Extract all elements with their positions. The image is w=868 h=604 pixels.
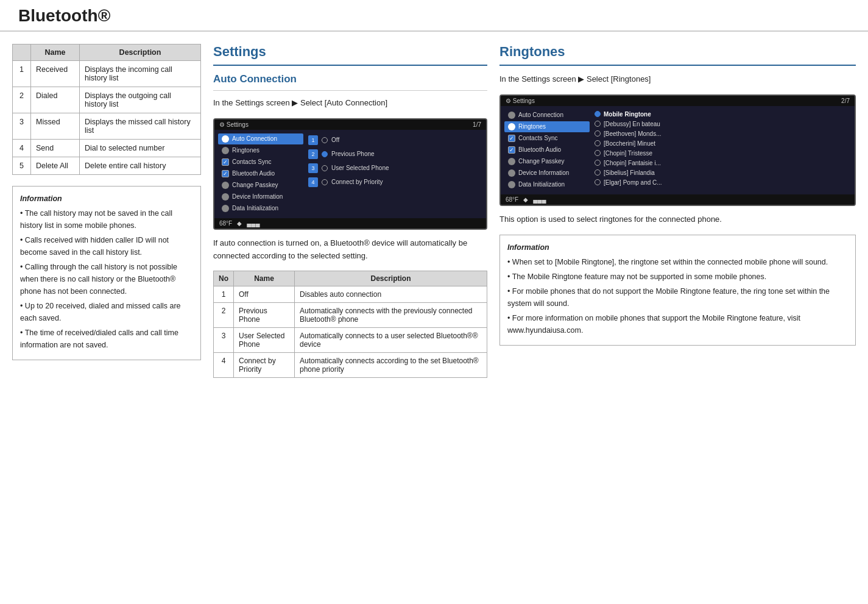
page-header: Bluetooth®: [0, 0, 868, 32]
menu-icon: [508, 181, 515, 188]
main-content: Name Description 1 Received Displays the…: [0, 32, 868, 390]
rss-settings-label: ⚙ Settings: [506, 98, 535, 104]
option-label: Connect by Priority: [331, 179, 383, 185]
row-num: 5: [13, 157, 31, 175]
menu-label: Bluetooth Audio: [232, 170, 275, 177]
bt-row-num: 1: [214, 286, 234, 303]
ss-menu-item: ✓Bluetooth Audio: [504, 144, 590, 155]
menu-label: Auto Connection: [232, 135, 277, 142]
menu-label: Bluetooth Audio: [518, 146, 561, 153]
menu-icon: [508, 169, 515, 177]
table-row: 3 User Selected Phone Automatically conn…: [214, 328, 487, 353]
menu-icon: [222, 205, 229, 212]
ringtone-label: [Chopin] Fantaisie i...: [604, 160, 661, 166]
ss-bluetooth-icon: ◆: [237, 220, 242, 227]
menu-icon: [222, 182, 229, 189]
auto-connection-title: Auto Connection: [213, 73, 487, 85]
row-num: 3: [13, 113, 31, 140]
menu-label: Auto Connection: [518, 112, 563, 118]
call-history-table: Name Description 1 Received Displays the…: [12, 44, 201, 175]
ss-option: 2 Previous Phone: [306, 147, 482, 161]
rss-signal-icon: ▄▄▄: [533, 196, 546, 203]
menu-icon: [222, 193, 229, 201]
ss-ringtone-item: [Beethoven] Monds...: [592, 129, 851, 138]
auto-connection-divider: [213, 90, 487, 91]
menu-icon: [508, 158, 515, 165]
right-info-list: When set to [Mobile Ringtone], the ringt…: [507, 256, 848, 336]
table-row: 2 Previous Phone Automatically connects …: [214, 303, 487, 328]
option-num-badge: 4: [308, 177, 318, 187]
left-info-box: Information The call history may not be …: [12, 186, 201, 360]
right-info-box: Information When set to [Mobile Ringtone…: [499, 235, 856, 346]
col-header-name: Name: [31, 44, 80, 61]
auto-connection-table: No Name Description 1 Off Disables auto …: [213, 271, 487, 378]
ringtone-label: [Chopin] Tristesse: [604, 150, 652, 157]
row-desc: Displays the outgoing call history list: [80, 87, 201, 113]
ringtones-section-title: Ringtones: [499, 44, 856, 60]
auto-connection-instruction: In the Settings screen ▶ Select [Auto Co…: [213, 97, 487, 110]
table-row: 2 Dialed Displays the outgoing call hist…: [13, 87, 201, 113]
ss-menu-item: Device Information: [218, 191, 303, 202]
rss-bottom-bar: 68°F ◆ ▄▄▄: [501, 194, 855, 205]
ss-menu-item: Data Initialization: [504, 179, 590, 190]
ss-ringtone-item: Mobile Ringtone: [592, 110, 851, 119]
ss-temp: 68°F: [219, 220, 232, 227]
ss-page-indicator: 1/7: [473, 121, 481, 128]
ringtone-radio: [595, 160, 601, 166]
page-title: Bluetooth®: [18, 6, 850, 26]
row-name: Missed: [31, 113, 80, 140]
info-bullet: When set to [Mobile Ringtone], the ringt…: [507, 256, 848, 268]
menu-label: Change Passkey: [518, 158, 565, 165]
ringtone-radio: [595, 130, 601, 137]
rss-content: Auto ConnectionRingtones✓Contacts Sync✓B…: [501, 106, 855, 194]
option-label: Off: [331, 137, 339, 143]
ringtone-label: [Boccherini] Minuet: [604, 140, 655, 147]
ss-signal-icon: ▄▄▄: [247, 220, 259, 227]
ringtones-screenshot: ⚙ Settings 2/7 Auto ConnectionRingtones✓…: [499, 94, 856, 206]
row-name: Delete All: [31, 157, 80, 175]
auto-connection-screenshot: ⚙ Settings 1/7 Auto ConnectionRingtones✓…: [213, 118, 487, 230]
col-header-desc: Description: [80, 44, 201, 61]
left-info-list: The call history may not be saved in the…: [20, 207, 193, 351]
ringtone-radio: [595, 169, 601, 176]
ringtone-label: [Debussy] En bateau: [604, 121, 660, 127]
info-bullet: For more information on mobile phones th…: [507, 312, 848, 336]
ringtone-radio: [595, 121, 601, 127]
row-name: Received: [31, 61, 80, 87]
option-radio: [322, 179, 328, 185]
ss-settings-label: ⚙ Settings: [219, 121, 249, 128]
option-num-badge: 3: [308, 163, 318, 173]
bt-row-num: 2: [214, 303, 234, 328]
bt-row-name: Off: [234, 286, 295, 303]
menu-icon: [222, 135, 229, 143]
ss-menu-item: ✓Contacts Sync: [504, 133, 590, 144]
ss-top-bar: ⚙ Settings 1/7: [214, 119, 486, 130]
menu-label: Contacts Sync: [518, 135, 557, 141]
ringtone-radio: [595, 111, 601, 117]
ss-ringtone-item: [Chopin] Fantaisie i...: [592, 158, 851, 168]
ss-ringtone-item: [Sibelius] Finlandia: [592, 168, 851, 177]
bt-row-name: Previous Phone: [234, 303, 295, 328]
bt-col-name: Name: [234, 271, 295, 286]
menu-icon: [508, 112, 515, 119]
rss-top-bar: ⚙ Settings 2/7: [501, 96, 855, 106]
right-column: Ringtones In the Settings screen ▶ Selec…: [499, 44, 856, 378]
bt-row-name: User Selected Phone: [234, 328, 295, 353]
ringtone-label: [Beethoven] Monds...: [604, 130, 662, 137]
ss-ringtone-item: [Boccherini] Minuet: [592, 139, 851, 148]
ss-ringtone-item: [Chopin] Tristesse: [592, 149, 851, 158]
auto-connection-desc: If auto connection is turned on, a Bluet…: [213, 237, 487, 263]
menu-icon: [508, 123, 515, 130]
ss-menu-item: Auto Connection: [218, 133, 303, 144]
ss-menu-item: Device Information: [504, 168, 590, 179]
table-row: 4 Connect by Priority Automatically conn…: [214, 353, 487, 378]
menu-label: Data Initialization: [232, 205, 278, 211]
table-row: 1 Received Displays the incoming call hi…: [13, 61, 201, 87]
option-num-badge: 1: [308, 135, 318, 145]
menu-icon: [222, 147, 229, 154]
col-header-num: [13, 44, 31, 61]
bt-col-desc: Description: [295, 271, 487, 286]
left-column: Name Description 1 Received Displays the…: [12, 44, 201, 378]
rss-ringtones-panel: Mobile Ringtone [Debussy] En bateau [Bee…: [592, 110, 851, 191]
option-radio: [322, 151, 328, 157]
